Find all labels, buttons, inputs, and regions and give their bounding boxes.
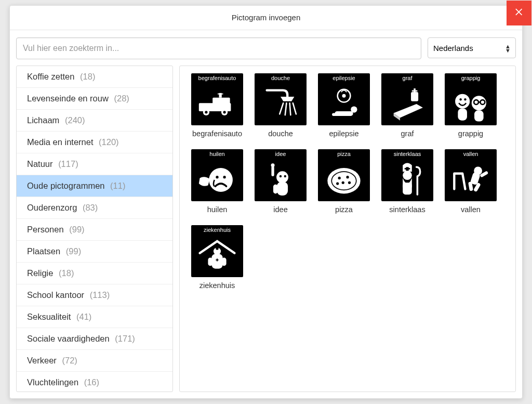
- grappig-icon: [445, 82, 497, 125]
- category-count: (18): [80, 72, 95, 81]
- pictogram-item[interactable]: douchedouche: [255, 73, 307, 138]
- pictogram-item[interactable]: pizzapizza: [318, 149, 370, 214]
- category-item[interactable]: Ouderenzorg (83): [17, 197, 172, 219]
- insert-pictogram-modal: Pictogram invoegen Nederlands ▲▼ Koffie …: [9, 5, 523, 399]
- close-button[interactable]: [507, 1, 531, 25]
- category-count: (11): [110, 181, 125, 190]
- pictogram-caption: epilepsie: [329, 129, 358, 138]
- svg-point-7: [223, 111, 225, 113]
- svg-point-44: [342, 181, 344, 184]
- svg-rect-16: [332, 113, 338, 115]
- pictogram-caption: graf: [401, 129, 414, 138]
- huilen-icon: [191, 158, 243, 201]
- category-label: Lichaam: [27, 115, 59, 125]
- category-item[interactable]: Religie (18): [17, 263, 172, 284]
- category-count: (83): [83, 203, 98, 212]
- pictogram-caption: douche: [268, 129, 293, 138]
- pictogram-item[interactable]: ziekenhuisziekenhuis: [191, 225, 243, 290]
- svg-point-42: [338, 176, 341, 179]
- pictogram-thumb: douche: [255, 73, 307, 125]
- pictogram-thumb-label: graf: [403, 73, 413, 82]
- modal-backdrop: Pictogram invoegen Nederlands ▲▼ Koffie …: [0, 0, 532, 404]
- pictogram-item[interactable]: sinterklaassinterklaas: [381, 149, 433, 214]
- svg-point-20: [455, 94, 470, 108]
- pictogram-caption: pizza: [335, 205, 353, 214]
- pictogram-caption: ziekenhuis: [200, 281, 235, 290]
- category-item[interactable]: Verkeer (72): [17, 350, 172, 372]
- category-sidebar: Koffie zetten (18)Levenseinde en rouw (2…: [16, 66, 173, 392]
- category-scroll[interactable]: Koffie zetten (18)Levenseinde en rouw (2…: [17, 66, 172, 392]
- vallen-icon: [445, 158, 497, 201]
- category-count: (72): [62, 356, 77, 365]
- category-item[interactable]: Levenseinde en rouw (28): [17, 88, 172, 110]
- svg-rect-59: [222, 257, 227, 266]
- category-label: Media en internet: [27, 137, 94, 147]
- pictogram-thumb: pizza: [318, 149, 370, 201]
- svg-rect-28: [474, 110, 484, 121]
- category-label: Sociale vaardigheden: [27, 334, 110, 343]
- category-item[interactable]: Vluchtelingen (16): [17, 372, 172, 392]
- pictogram-item[interactable]: ideeidee: [255, 149, 307, 214]
- modal-title: Pictogram invoegen: [232, 13, 301, 22]
- svg-rect-1: [212, 97, 230, 103]
- category-label: Ouderenzorg: [27, 203, 77, 212]
- pictogram-thumb: huilen: [191, 149, 243, 201]
- svg-point-31: [223, 176, 225, 178]
- category-count: (113): [90, 290, 110, 299]
- pictogram-item[interactable]: begrafenisautobegrafenisauto: [191, 73, 243, 138]
- category-label: Religie: [27, 268, 53, 278]
- category-item[interactable]: Sociale vaardigheden (171): [17, 328, 172, 350]
- svg-rect-48: [403, 183, 412, 194]
- svg-line-11: [293, 103, 296, 114]
- svg-point-37: [280, 175, 282, 177]
- svg-point-45: [348, 181, 351, 184]
- svg-point-22: [459, 98, 461, 100]
- category-item[interactable]: Lichaam (240): [17, 110, 172, 132]
- pictogram-item[interactable]: epilepsieepilepsie: [318, 73, 370, 138]
- svg-rect-27: [458, 108, 467, 120]
- pictogram-item[interactable]: grafgraf: [381, 73, 433, 138]
- svg-line-9: [285, 103, 287, 115]
- pictogram-thumb-label: huilen: [209, 149, 224, 158]
- pictogram-item[interactable]: vallenvallen: [445, 149, 497, 214]
- category-item[interactable]: Natuur (117): [17, 153, 172, 175]
- svg-point-47: [403, 171, 412, 180]
- pictogram-caption: vallen: [461, 205, 481, 214]
- category-count: (41): [76, 312, 91, 321]
- pictogram-item[interactable]: huilenhuilen: [191, 149, 243, 214]
- category-item[interactable]: Plaatsen (99): [17, 241, 172, 263]
- pictogram-caption: sinterklaas: [389, 205, 425, 214]
- svg-point-46: [336, 182, 339, 185]
- pictogram-thumb: sinterklaas: [381, 149, 433, 201]
- language-select[interactable]: Nederlands: [428, 37, 516, 58]
- category-item[interactable]: Oude pictogrammen (11): [17, 175, 172, 197]
- modal-body: Koffie zetten (18)Levenseinde en rouw (2…: [10, 66, 522, 398]
- svg-point-41: [332, 172, 356, 189]
- category-label: Seksualiteit: [27, 312, 71, 321]
- pictogram-item[interactable]: grappiggrappig: [445, 73, 497, 138]
- pictogram-thumb-label: douche: [271, 73, 290, 82]
- pictogram-thumb: idee: [255, 149, 307, 201]
- search-toolbar: Nederlands ▲▼: [10, 30, 522, 66]
- svg-point-13: [342, 94, 345, 97]
- pictogram-thumb: graf: [381, 73, 433, 125]
- ziekenhuis-icon: [191, 234, 243, 277]
- category-label: Personen: [27, 225, 64, 234]
- category-item[interactable]: Personen (99): [17, 219, 172, 241]
- pizza-icon: [318, 158, 370, 201]
- svg-point-36: [271, 163, 275, 167]
- category-item[interactable]: Koffie zetten (18): [17, 66, 172, 88]
- pictogram-thumb-label: sinterklaas: [394, 149, 421, 158]
- category-label: Plaatsen: [27, 246, 60, 256]
- svg-point-23: [464, 98, 466, 100]
- pictogram-thumb-label: vallen: [463, 149, 478, 158]
- category-item[interactable]: Seksualiteit (41): [17, 306, 172, 328]
- category-item[interactable]: School kantoor (113): [17, 284, 172, 306]
- pictogram-grid-panel: begrafenisautobegrafenisautodouchedouche…: [179, 66, 516, 392]
- begrafenisauto-icon: [191, 82, 243, 125]
- category-item[interactable]: Media en internet (120): [17, 132, 172, 153]
- sinterklaas-icon: [381, 158, 433, 201]
- search-input[interactable]: [16, 37, 421, 59]
- svg-point-6: [205, 111, 207, 113]
- pictogram-thumb: begrafenisauto: [191, 73, 243, 125]
